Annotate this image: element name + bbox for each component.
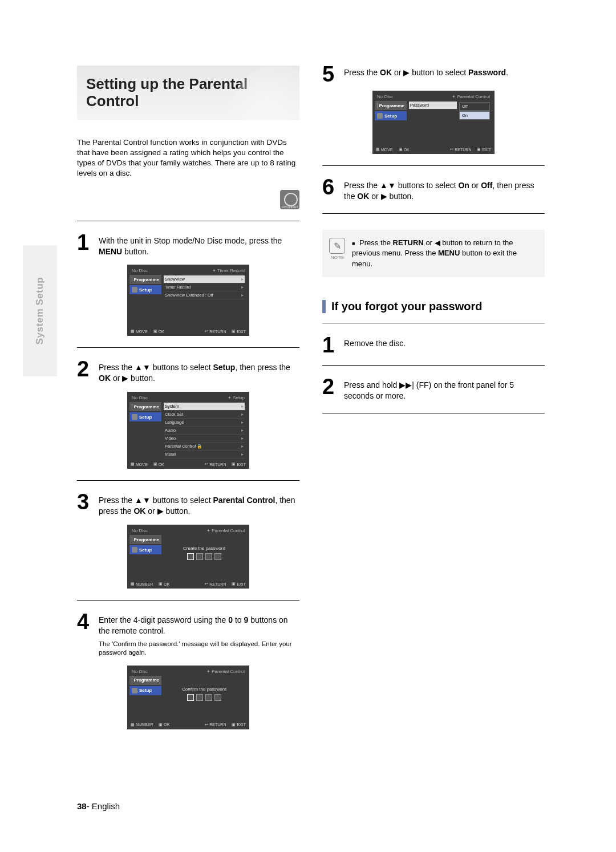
osd-item: System▸ <box>164 403 245 411</box>
osd-programme: Programme <box>375 101 407 110</box>
divider <box>77 480 299 481</box>
osd-item: Language▸ <box>164 419 245 427</box>
step-number: 5 <box>322 66 338 83</box>
step-3: 3 Press the ▲▼ buttons to select Parenta… <box>77 493 299 517</box>
step-text: Press the OK or ▶ button to select Passw… <box>344 66 508 83</box>
intro-text: The Parental Control function works in c… <box>77 137 299 179</box>
osd-item: Clock Set▸ <box>164 411 245 419</box>
osd-item: Password <box>409 102 457 109</box>
step-2: 2 Press the ▲▼ buttons to select Setup, … <box>77 360 299 384</box>
note-box: ✎ NOTE ■ Press the RETURN or ◀ button to… <box>322 230 545 277</box>
osd-crumb: ✦ Timer Record <box>212 268 245 273</box>
text: button. <box>122 247 149 256</box>
page-number: 38 <box>77 801 87 811</box>
osd-setup: Setup <box>129 545 161 554</box>
step-text: With the unit in Stop mode/No Disc mode,… <box>99 234 299 257</box>
divider <box>322 365 545 366</box>
fast-forward-icon: ▶▶| <box>399 380 414 390</box>
osd-center-text: Create the password <box>164 535 245 565</box>
osd-center-text: Confirm the password <box>164 676 245 705</box>
divider <box>77 347 299 348</box>
side-tab-label: System Setup <box>34 277 46 344</box>
step-6: 6 Press the ▲▼ buttons to select On or O… <box>322 178 545 202</box>
divider <box>322 213 545 214</box>
side-tab: System Setup <box>23 245 57 376</box>
osd-footer: ▦ MOVE ▣ OK ↩ RETURN ▣ EXIT <box>129 327 247 334</box>
osd-status: No Disc <box>132 669 148 674</box>
osd-screen-confirm-password: No Disc ✦ Parental Control Programme Set… <box>127 666 249 729</box>
osd-footer: ▦ MOVE ▣ OK ↩ RETURN ▣ EXIT <box>375 145 492 152</box>
left-column: Setting up the Parental Control The Pare… <box>77 66 299 729</box>
osd-crumb: ✦ Parental Control <box>452 94 490 99</box>
osd-programme: Programme <box>129 402 161 411</box>
right-icon: ▶ <box>122 374 128 383</box>
text: With the unit in Stop mode/No Disc mode,… <box>99 236 282 245</box>
osd-crumb: ✦ Parental Control <box>206 669 245 674</box>
step-number: 6 <box>322 178 338 202</box>
page-title: Setting up the Parental Control <box>77 66 299 120</box>
page-language: English <box>92 801 120 811</box>
divider <box>77 221 299 221</box>
osd-setup: Setup <box>375 111 407 120</box>
osd-item: ShowView Extended : Off▸ <box>164 291 245 299</box>
forgot-step-1: 1 Remove the disc. <box>322 336 545 354</box>
right-icon: ▶ <box>157 506 164 516</box>
osd-status: No Disc <box>132 268 148 273</box>
step-number: 1 <box>77 234 93 257</box>
osd-option-off: Off <box>459 102 490 111</box>
osd-crumb: ✦ Parental Control <box>206 528 245 533</box>
step-number: 2 <box>322 378 338 401</box>
osd-setup: Setup <box>129 686 161 695</box>
osd-item: Audio▸ <box>164 427 245 435</box>
step-number: 3 <box>77 493 93 517</box>
osd-programme: Programme <box>129 676 161 685</box>
page-footer: 38- English <box>77 801 120 811</box>
right-icon: ▶ <box>403 68 410 77</box>
divider <box>322 165 545 166</box>
osd-screen-setup: No Disc ✦ Setup Programme Setup System▸ … <box>127 392 249 469</box>
osd-item: Install▸ <box>164 451 245 459</box>
step-number: 4 <box>77 613 93 636</box>
osd-footer: ▦ NUMBER ▣ OK ↩ RETURN ▣ EXIT <box>129 720 247 727</box>
forgot-step-2: 2 Press and hold ▶▶| (FF) on the front p… <box>322 378 545 401</box>
osd-status: No Disc <box>132 395 148 400</box>
osd-programme: Programme <box>129 535 161 544</box>
osd-setup: Setup <box>129 412 161 421</box>
osd-screen-timer-record: No Disc ✦ Timer Record Programme Setup S… <box>127 265 249 336</box>
osd-footer: ▦ NUMBER ▣ OK ↩ RETURN ▣ EXIT <box>129 579 247 586</box>
page-content: Setting up the Parental Control The Pare… <box>77 66 545 729</box>
step-1: 1 With the unit in Stop mode/No Disc mod… <box>77 234 299 257</box>
osd-item: Video▸ <box>164 435 245 443</box>
right-icon: ▶ <box>381 192 387 201</box>
note-label: NOTE <box>329 255 345 260</box>
up-down-icon: ▲▼ <box>135 363 151 372</box>
osd-screen-create-password: No Disc ✦ Parental Control Programme Set… <box>127 525 249 589</box>
osd-item: Timer Record▸ <box>164 283 245 291</box>
step-text: Press the ▲▼ buttons to select Parental … <box>99 493 299 517</box>
up-down-icon: ▲▼ <box>135 496 151 505</box>
step-text: Press and hold ▶▶| (FF) on the front pan… <box>344 378 545 401</box>
osd-status: No Disc <box>377 94 393 99</box>
step-number: 1 <box>322 336 338 354</box>
osd-crumb: ✦ Setup <box>228 395 245 400</box>
left-icon: ◀ <box>435 238 440 247</box>
up-down-icon: ▲▼ <box>380 181 396 190</box>
osd-item: Parental Control 🔒▸ <box>164 443 245 451</box>
step-text: Remove the disc. <box>344 336 406 354</box>
step-number: 2 <box>77 360 93 384</box>
divider <box>322 413 545 413</box>
osd-programme: Programme <box>129 275 161 284</box>
note-icon: ✎ <box>329 238 345 254</box>
right-column: 5 Press the OK or ▶ button to select Pas… <box>322 66 545 729</box>
osd-screen-password-onoff: No Disc ✦ Parental Control Programme Set… <box>372 91 495 154</box>
bold: MENU <box>99 247 122 256</box>
dvd-video-icon <box>280 190 299 209</box>
divider <box>322 323 545 324</box>
step-text: Press the ▲▼ buttons to select Setup, th… <box>99 360 299 384</box>
note-text: ■ Press the RETURN or ◀ button to return… <box>352 238 538 269</box>
step-4: 4 Enter the 4-digit password using the 0… <box>77 613 299 636</box>
password-boxes <box>164 694 245 701</box>
osd-status: No Disc <box>132 528 148 533</box>
osd-setup: Setup <box>129 285 161 294</box>
divider <box>77 600 299 601</box>
